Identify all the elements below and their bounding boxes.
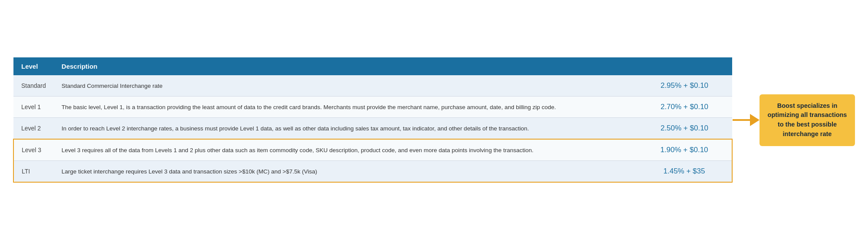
table-row: Level 1The basic level, Level 1, is a tr… (13, 97, 732, 118)
cell-description: Level 3 requires all of the data from Le… (54, 139, 637, 161)
cell-level: Level 2 (13, 118, 54, 140)
cell-level: Standard (13, 75, 54, 97)
arrow-head (750, 114, 760, 126)
arrow-line (733, 119, 750, 121)
callout-area: Boost specializes in optimizing all tran… (733, 94, 855, 146)
cell-description: The basic level, Level 1, is a transacti… (54, 97, 637, 118)
header-rate (637, 57, 732, 75)
cell-rate: 1.45% + $35 (637, 161, 732, 183)
interchange-table-container: Level Description StandardStandard Comme… (13, 57, 733, 183)
cell-level: Level 3 (13, 139, 54, 161)
page-wrapper: Level Description StandardStandard Comme… (13, 57, 855, 183)
callout-box: Boost specializes in optimizing all tran… (760, 94, 855, 146)
cell-rate: 1.90% + $0.10 (637, 139, 732, 161)
table-row: Level 2In order to reach Level 2 interch… (13, 118, 732, 140)
cell-description: Standard Commercial Interchange rate (54, 75, 637, 97)
cell-description: In order to reach Level 2 interchange ra… (54, 118, 637, 140)
table-header-row: Level Description (13, 57, 732, 75)
header-level: Level (13, 57, 54, 75)
cell-level: Level 1 (13, 97, 54, 118)
table-row: Level 3Level 3 requires all of the data … (13, 139, 732, 161)
cell-level: LTI (13, 161, 54, 183)
arrow-container (733, 114, 760, 126)
cell-description: Large ticket interchange requires Level … (54, 161, 637, 183)
table-row: StandardStandard Commercial Interchange … (13, 75, 732, 97)
cell-rate: 2.70% + $0.10 (637, 97, 732, 118)
cell-rate: 2.95% + $0.10 (637, 75, 732, 97)
header-description: Description (54, 57, 637, 75)
cell-rate: 2.50% + $0.10 (637, 118, 732, 140)
interchange-table: Level Description StandardStandard Comme… (13, 57, 733, 183)
table-row: LTILarge ticket interchange requires Lev… (13, 161, 732, 183)
